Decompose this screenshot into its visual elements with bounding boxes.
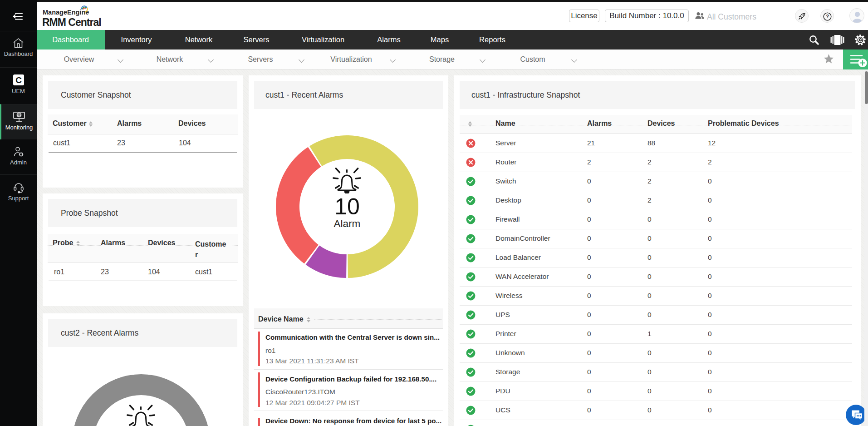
- svg-text:C: C: [15, 75, 22, 85]
- svg-text:?: ?: [826, 14, 829, 19]
